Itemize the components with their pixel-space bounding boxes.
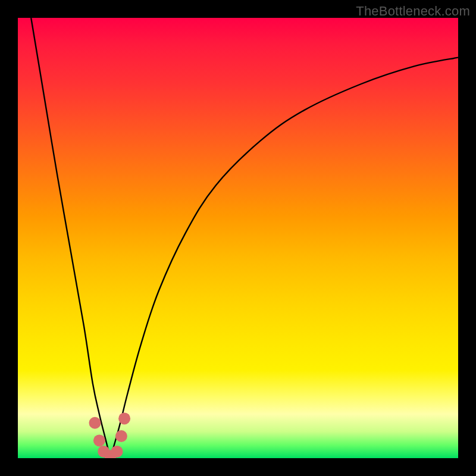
chart-stage: TheBottleneck.com <box>0 0 476 476</box>
valley-marker <box>118 412 130 424</box>
valley-marker <box>111 446 123 458</box>
watermark-text: TheBottleneck.com <box>356 4 470 19</box>
markers-group <box>89 412 131 458</box>
left-branch-curve <box>31 18 110 458</box>
valley-marker <box>89 417 101 429</box>
valley-marker <box>93 434 105 446</box>
valley-marker <box>115 430 127 442</box>
right-branch-curve <box>110 58 458 458</box>
curve-layer <box>18 18 458 458</box>
plot-frame <box>18 18 458 458</box>
